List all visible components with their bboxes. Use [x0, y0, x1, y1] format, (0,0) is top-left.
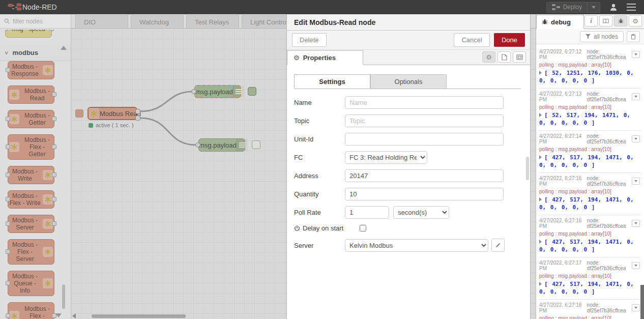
delay-on-start-checkbox[interactable]	[360, 225, 366, 231]
info-sidebar-icon-button[interactable]: i	[584, 15, 598, 26]
edit-server-button[interactable]	[491, 239, 505, 252]
address-field[interactable]	[345, 169, 504, 182]
deploy-button[interactable]: Deploy	[546, 2, 600, 13]
sidebar-tab-bar: debug i	[536, 14, 644, 29]
debug-payload[interactable]: [ 52, 1251, 176, 1030, 0, 0, 0, 0, 0, 0 …	[539, 70, 634, 84]
debug-timestamp: 4/27/2022, 6:27:14 PM	[539, 133, 583, 144]
debug-sidebar-icon-button[interactable]	[614, 15, 627, 26]
dialog-tab-bar: ⚙ Properties ⚙	[287, 50, 530, 65]
debug-payload[interactable]: [ 427, 517, 194, 1471, 0, 0, 0, 0, 0, 0 …	[539, 154, 634, 168]
quantity-field-label: Quantity	[294, 190, 345, 198]
debug-message-menu-button[interactable]	[632, 135, 640, 142]
app-title: Node-RED	[22, 3, 57, 11]
debug-message-menu-button[interactable]	[632, 51, 640, 58]
debug-timestamp: 4/27/2022, 6:27:16 PM	[539, 218, 583, 229]
expand-payload-icon[interactable]	[539, 71, 542, 75]
debug-timestamp: 4/27/2022, 6:27:13 PM	[539, 91, 583, 102]
expand-payload-icon[interactable]	[539, 155, 542, 159]
edit-properties-icon-button[interactable]: ⚙	[482, 51, 495, 63]
delete-button[interactable]: Delete	[292, 33, 327, 47]
fc-select[interactable]: FC 3: Read Holding Registers	[345, 151, 427, 164]
tab-properties[interactable]: ⚙ Properties	[287, 50, 363, 65]
debug-timestamp: 4/27/2022, 6:27:17 PM	[539, 260, 583, 271]
debug-message-menu-button[interactable]	[632, 178, 640, 185]
edit-node-dialog: Edit Modbus-Read node Delete Cancel Done…	[286, 14, 531, 319]
node-appearance-icon-button[interactable]	[513, 51, 526, 63]
debug-timestamp: 4/27/2022, 6:27:18 PM	[539, 302, 583, 313]
debug-topic: polling : msg.payload : array[10]	[539, 273, 640, 279]
debug-topic: polling : msg.payload : array[10]	[539, 231, 640, 237]
expand-payload-icon[interactable]	[539, 197, 542, 201]
frame-icon	[516, 54, 523, 60]
app-header: Node-RED Deploy	[0, 0, 644, 14]
debug-message-list[interactable]: 4/27/2022, 6:27:12 PM node: df25ef7b36cf…	[536, 44, 644, 319]
server-field-label: Server	[294, 242, 345, 249]
help-sidebar-icon-button[interactable]	[599, 15, 612, 26]
server-select[interactable]: Kelvin Modbus	[345, 239, 488, 252]
unit-id-field-label: Unit-Id	[294, 135, 345, 143]
debug-message: 4/27/2022, 6:27:16 PM node: df25ef7b36cf…	[538, 173, 641, 215]
bug-icon	[618, 18, 624, 24]
debug-topic: polling : msg.payload : array[10]	[539, 315, 640, 319]
debug-topic: polling : msg.payload : array[10]	[539, 189, 640, 194]
node-description-icon-button[interactable]	[497, 51, 511, 63]
tab-optionals[interactable]: Optionals	[370, 74, 447, 89]
debug-message-menu-button[interactable]	[632, 220, 640, 227]
debug-tab-label: debug	[551, 18, 571, 26]
debug-payload[interactable]: [ 427, 517, 194, 1471, 0, 0, 0, 0, 0, 0 …	[539, 239, 634, 253]
poll-rate-unit-select[interactable]: second(s)	[393, 206, 449, 219]
debug-message-menu-button[interactable]	[632, 304, 640, 311]
tab-debug[interactable]: debug	[536, 15, 584, 29]
expand-payload-icon[interactable]	[539, 282, 542, 286]
debug-timestamp: 4/27/2022, 6:27:12 PM	[539, 49, 583, 60]
debug-filter-button[interactable]: all nodes	[580, 31, 624, 42]
quantity-field[interactable]	[345, 188, 504, 200]
deploy-options-button[interactable]	[587, 3, 600, 12]
debug-message: 4/27/2022, 6:27:16 PM node: df25ef7b36cf…	[538, 215, 641, 257]
clear-debug-button[interactable]	[627, 31, 640, 42]
debug-node-id: node: df25ef7b36cffcea	[587, 260, 632, 271]
debug-message-menu-button[interactable]	[632, 93, 640, 100]
debug-message: 4/27/2022, 6:27:14 PM node: df25ef7b36cf…	[538, 131, 641, 173]
topic-field[interactable]	[345, 114, 504, 127]
dialog-title: Edit Modbus-Read node	[287, 14, 530, 31]
debug-message-menu-button[interactable]	[632, 262, 640, 269]
debug-payload-row: [ 427, 517, 194, 1471, 0, 0, 0, 0, 0, 0 …	[539, 154, 640, 169]
debug-node-id: node: df25ef7b36cffcea	[587, 302, 632, 313]
deploy-label: Deploy	[563, 4, 582, 11]
dialog-form: Settings Optionals Name Topic Unit-Id FC…	[287, 65, 530, 319]
cancel-button[interactable]: Cancel	[454, 33, 489, 47]
debug-payload[interactable]: [ 427, 517, 194, 1471, 0, 0, 0, 0, 0, 0 …	[539, 281, 634, 295]
debug-payload[interactable]: [ 427, 517, 194, 1471, 0, 0, 0, 0, 0, 0 …	[539, 196, 634, 211]
debug-toolbar: all nodes	[536, 29, 644, 44]
main-menu-icon[interactable]	[627, 4, 636, 11]
debug-topic: polling : msg.payload : array[10]	[539, 147, 640, 152]
bug-icon	[542, 19, 548, 25]
tab-settings[interactable]: Settings	[294, 74, 370, 89]
debug-node-id: node: df25ef7b36cffcea	[587, 176, 632, 187]
address-field-label: Address	[294, 172, 345, 180]
deploy-icon	[552, 4, 560, 10]
user-icon[interactable]	[609, 3, 618, 11]
expand-payload-icon[interactable]	[539, 240, 542, 244]
settings-sidebar-icon-button[interactable]: ⚙	[629, 15, 642, 26]
node-red-app: Node-RED Deploy	[0, 0, 644, 319]
debug-node-id: node: df25ef7b36cffcea	[587, 49, 632, 60]
debug-scrollbar[interactable]	[640, 285, 644, 319]
node-red-logo-icon	[7, 3, 22, 11]
debug-message: 4/27/2022, 6:27:12 PM node: df25ef7b36cf…	[538, 46, 641, 89]
debug-timestamp: 4/27/2022, 6:27:16 PM	[539, 176, 583, 187]
done-button[interactable]: Done	[494, 33, 525, 47]
expand-payload-icon[interactable]	[539, 113, 542, 117]
debug-payload[interactable]: [ 52, 517, 194, 1471, 0, 0, 0, 0, 0, 0 ]	[539, 112, 630, 126]
debug-sidebar: debug i	[536, 14, 644, 319]
debug-payload-row: [ 52, 1251, 176, 1030, 0, 0, 0, 0, 0, 0 …	[539, 69, 640, 84]
debug-payload-row: [ 52, 517, 194, 1471, 0, 0, 0, 0, 0, 0 ]	[539, 111, 640, 127]
poll-rate-field[interactable]	[345, 206, 389, 219]
name-field[interactable]	[345, 96, 504, 109]
delay-on-start-label: Delay on start	[294, 224, 343, 232]
book-icon	[603, 18, 609, 24]
unit-id-field[interactable]	[345, 133, 504, 146]
dialog-scrollbar[interactable]	[526, 157, 529, 180]
debug-message: 4/27/2022, 6:27:13 PM node: df25ef7b36cf…	[538, 89, 641, 131]
